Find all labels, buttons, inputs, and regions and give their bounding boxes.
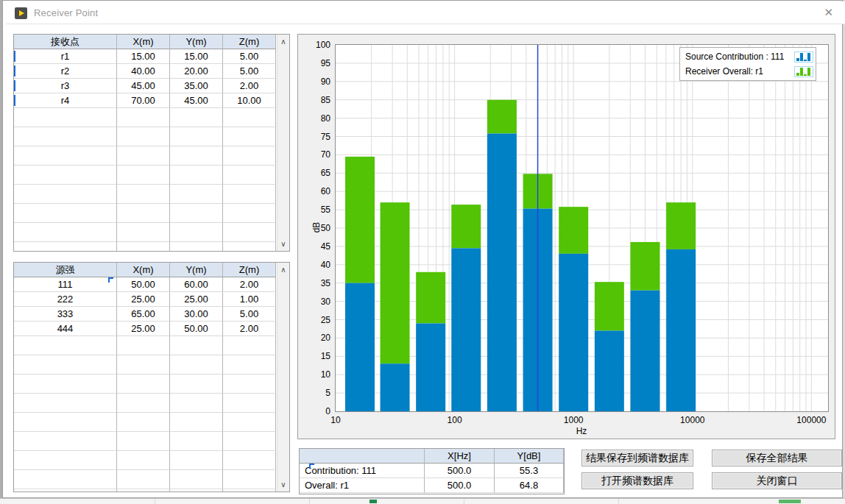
mini-bar	[807, 53, 810, 61]
mini-bar	[800, 68, 803, 76]
y-axis-tick-label: 10	[298, 369, 330, 380]
table-cell[interactable]: 40.00	[117, 64, 170, 79]
table-cell[interactable]: r4	[14, 93, 117, 108]
table-cell[interactable]: 2.00	[223, 277, 276, 292]
table-header-row: 源强X(m)Y(m)Z(m)	[14, 263, 289, 277]
table-cell[interactable]: 50.00	[117, 277, 170, 292]
table-cell[interactable]: 111	[14, 277, 117, 292]
table-cell[interactable]: 70.00	[117, 93, 170, 108]
table-cell[interactable]: 25.00	[170, 292, 223, 307]
table-cell[interactable]: 500.0	[425, 478, 495, 493]
vertical-scrollbar[interactable]: ∧∨	[277, 263, 289, 491]
table-cell[interactable]: 45.00	[170, 93, 223, 108]
empty-cell	[14, 185, 117, 204]
table-cell[interactable]: 25.00	[117, 292, 170, 307]
table-cell[interactable]: 333	[14, 307, 117, 322]
window-title: Receiver Point	[34, 7, 98, 18]
table-cell[interactable]: 444	[14, 322, 117, 336]
empty-cell	[117, 185, 170, 204]
table-cell[interactable]: r2	[14, 64, 117, 79]
titlebar[interactable]: Receiver Point ✕	[6, 1, 845, 24]
table-header-row: X[Hz]Y[dB]	[300, 449, 564, 464]
empty-cell	[117, 108, 170, 127]
table-cell[interactable]: Overall: r1	[300, 478, 425, 493]
table-header-row: 接收点X(m)Y(m)Z(m)	[14, 35, 289, 49]
table-cell[interactable]: r3	[14, 79, 117, 93]
y-axis-tick-label: 70	[298, 149, 330, 160]
empty-cell	[170, 185, 223, 204]
table-cell[interactable]: 2.00	[223, 322, 276, 336]
table-cell[interactable]: 55.3	[495, 464, 564, 478]
empty-cell	[14, 375, 117, 394]
table-row: 33365.0030.005.00	[14, 307, 289, 322]
y-axis-tick-label: 95	[298, 57, 330, 69]
vertical-scrollbar[interactable]: ∧∨	[277, 35, 289, 251]
y-axis-tick-label: 0	[298, 405, 330, 417]
legend-item: Receiver Overall: r1	[682, 64, 813, 79]
table-cell[interactable]: 60.00	[170, 277, 223, 292]
table-cell[interactable]: 15.00	[170, 49, 223, 64]
legend-label: Source Contribution : 111	[682, 52, 794, 62]
table-cell[interactable]: 500.0	[425, 464, 495, 478]
empty-cell	[223, 470, 276, 489]
table-cell[interactable]: 64.8	[495, 478, 564, 493]
empty-cell	[14, 336, 117, 355]
table-cell[interactable]: 35.00	[170, 79, 223, 93]
empty-row	[14, 470, 289, 489]
overall-bar-segment	[345, 157, 375, 283]
legend-item: Source Contribution : 111	[682, 49, 813, 64]
cursor-readout-table: X[Hz]Y[dB]Contribution: 111500.055.3Over…	[299, 448, 565, 494]
empty-cell	[14, 127, 117, 146]
table-cell[interactable]: 10.00	[223, 93, 276, 108]
contribution-bar-segment	[416, 323, 445, 411]
table-cell[interactable]: 20.00	[170, 64, 223, 79]
column-header: Y(m)	[170, 35, 223, 49]
spectrum-chart[interactable]	[336, 45, 828, 411]
empty-cell	[170, 432, 223, 451]
table-cell[interactable]: 5.00	[223, 64, 276, 79]
scroll-down-icon[interactable]: ∨	[277, 478, 289, 491]
table-cell[interactable]: 1.00	[223, 292, 276, 307]
source-strength-table: 源强X(m)Y(m)Z(m)11150.0060.002.0022225.002…	[13, 262, 290, 492]
empty-cell	[117, 127, 170, 146]
close-window-button[interactable]: 关闭窗口	[712, 472, 842, 489]
table-cell[interactable]: 5.00	[223, 49, 276, 64]
y-axis-tick-label: 15	[298, 350, 330, 362]
table-cell[interactable]: 15.00	[117, 49, 170, 64]
save-all-results-button[interactable]: 保存全部结果	[712, 450, 842, 466]
table-cell[interactable]: 2.00	[223, 79, 276, 93]
empty-cell	[14, 355, 117, 375]
empty-row	[14, 223, 289, 242]
x-axis-tick-label: 100	[448, 415, 462, 425]
scroll-up-icon[interactable]: ∧	[277, 35, 289, 48]
empty-cell	[14, 489, 117, 492]
overall-bar-segment	[595, 282, 624, 330]
save-results-to-spectrum-db-button[interactable]: 结果保存到频谱数据库	[581, 450, 693, 466]
legend-label: Receiver Overall: r1	[682, 66, 794, 77]
empty-cell	[14, 242, 117, 252]
contribution-bar-segment	[381, 363, 410, 411]
mini-bar	[796, 73, 799, 76]
scroll-up-icon[interactable]: ∧	[277, 263, 289, 276]
open-spectrum-db-button[interactable]: 打开频谱数据库	[581, 472, 693, 489]
contribution-bar-segment	[559, 254, 588, 411]
plot-area[interactable]	[335, 44, 829, 412]
y-axis-tick-label: 40	[298, 259, 330, 271]
table-cell[interactable]: 45.00	[117, 79, 170, 93]
empty-cell	[117, 336, 170, 355]
table-cell[interactable]: 5.00	[223, 307, 276, 322]
y-axis-tick-label: 65	[298, 167, 330, 179]
table-cell[interactable]: 30.00	[170, 307, 223, 322]
table-cell[interactable]: 65.00	[117, 307, 170, 322]
table-cell[interactable]: r1	[14, 49, 117, 64]
empty-cell	[223, 204, 276, 223]
empty-cell	[170, 413, 223, 432]
empty-cell	[117, 166, 170, 185]
close-icon[interactable]: ✕	[824, 6, 833, 19]
scroll-down-icon[interactable]: ∨	[277, 238, 289, 250]
table-cell[interactable]: 25.00	[117, 322, 170, 336]
table-cell[interactable]: 222	[14, 292, 117, 307]
empty-cell	[170, 394, 223, 413]
table-cell[interactable]: 50.00	[170, 322, 223, 336]
table-cell[interactable]: Contribution: 111	[300, 464, 425, 478]
